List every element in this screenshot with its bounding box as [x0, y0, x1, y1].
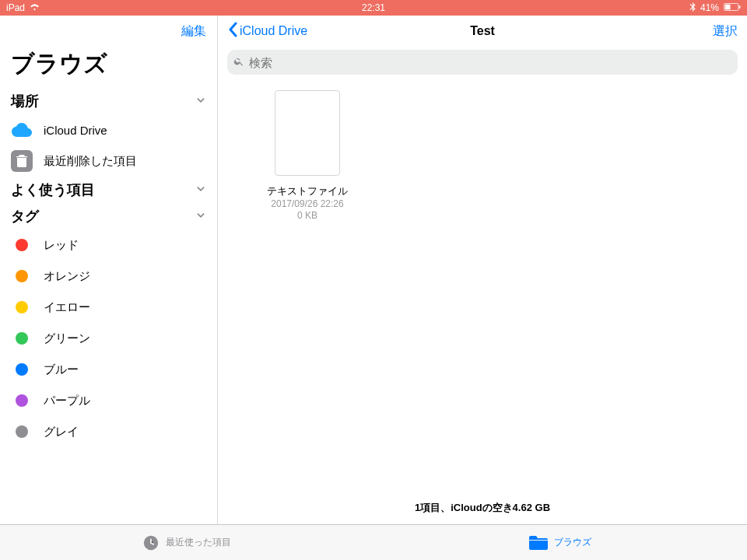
tag-dot-icon [11, 296, 33, 318]
tab-recents[interactable]: 最近使った項目 [0, 525, 374, 560]
file-size: 0 KB [257, 210, 358, 222]
main-panel: iCloud Drive Test 選択 テキストファイル2017/09/26 … [218, 16, 747, 524]
back-label: iCloud Drive [240, 24, 307, 38]
battery-icon [724, 2, 741, 13]
battery-text: 41% [700, 2, 719, 13]
clock-icon [142, 534, 160, 551]
tag-item[interactable]: レッド [11, 229, 206, 261]
svg-rect-4 [529, 540, 548, 541]
tag-item-label: レッド [44, 238, 79, 253]
tag-item-label: パープル [44, 394, 90, 408]
section-favorites[interactable]: よく使う項目 [11, 177, 206, 203]
tag-item-label: イエロー [44, 300, 90, 315]
back-button[interactable]: iCloud Drive [227, 22, 307, 40]
search-icon [233, 56, 244, 69]
tag-item-label: グリーン [44, 331, 90, 346]
tag-item[interactable]: オレンジ [11, 261, 206, 292]
tag-item[interactable]: イエロー [11, 292, 206, 323]
trash-icon [11, 150, 33, 172]
cloud-icon [11, 119, 33, 141]
svg-rect-1 [725, 5, 731, 10]
section-locations-label: 場所 [11, 92, 39, 110]
tag-item[interactable]: グリーン [11, 323, 206, 354]
sidebar: 編集 ブラウズ 場所 iCloud Drive [0, 16, 218, 524]
file-thumbnail [275, 90, 340, 176]
chevron-down-icon [195, 208, 206, 225]
chevron-down-icon [195, 93, 206, 110]
location-recently-deleted[interactable]: 最近削除した項目 [11, 145, 206, 177]
tab-bar: 最近使った項目 ブラウズ [0, 524, 747, 560]
file-name: テキストファイル [257, 185, 358, 198]
tag-item-label: オレンジ [44, 269, 90, 284]
search-bar[interactable] [227, 50, 738, 75]
tag-item[interactable]: ブルー [11, 354, 206, 385]
tag-dot-icon [11, 265, 33, 287]
tag-item-label: グレイ [44, 425, 79, 439]
wifi-icon [30, 2, 40, 13]
footer-status: 1項目、iCloudの空き4.62 GB [218, 493, 747, 524]
tag-dot-icon [11, 359, 33, 380]
tab-browse[interactable]: ブラウズ [374, 525, 747, 560]
device-label: iPad [6, 2, 25, 13]
file-item[interactable]: テキストファイル2017/09/26 22:260 KB [257, 90, 358, 222]
section-favorites-label: よく使う項目 [11, 180, 95, 199]
tag-dot-icon [11, 421, 33, 443]
search-input[interactable] [249, 56, 731, 69]
status-bar: iPad 22:31 41% [0, 0, 747, 16]
location-icloud-drive-label: iCloud Drive [44, 124, 107, 137]
section-tags-label: タグ [11, 207, 39, 226]
chevron-down-icon [195, 182, 206, 198]
location-icloud-drive[interactable]: iCloud Drive [11, 114, 206, 145]
bluetooth-icon [689, 2, 696, 14]
tag-dot-icon [11, 234, 33, 256]
tab-browse-label: ブラウズ [554, 536, 591, 549]
tag-item-label: ブルー [44, 362, 79, 377]
tag-item[interactable]: グレイ [11, 416, 206, 447]
file-date: 2017/09/26 22:26 [257, 198, 358, 211]
clock: 22:31 [362, 2, 385, 13]
section-locations[interactable]: 場所 [11, 88, 206, 114]
chevron-left-icon [227, 22, 238, 40]
select-button[interactable]: 選択 [713, 23, 738, 40]
tag-dot-icon [11, 327, 33, 349]
svg-rect-2 [739, 5, 741, 9]
main-title: Test [470, 24, 495, 38]
tab-recents-label: 最近使った項目 [166, 536, 231, 549]
tag-item[interactable]: パープル [11, 385, 206, 416]
edit-button[interactable]: 編集 [181, 23, 206, 40]
sidebar-title: ブラウズ [0, 47, 217, 88]
section-tags[interactable]: タグ [11, 203, 206, 229]
folder-icon [529, 536, 548, 550]
location-recently-deleted-label: 最近削除した項目 [44, 154, 137, 169]
tag-dot-icon [11, 390, 33, 411]
